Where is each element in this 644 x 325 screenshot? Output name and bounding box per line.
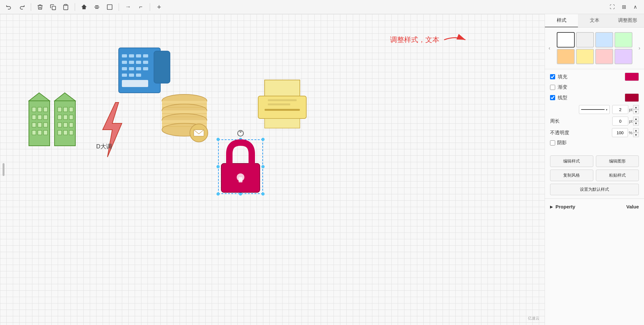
perimeter-up-button[interactable]: ▲ [633, 117, 639, 121]
svg-rect-11 [32, 107, 36, 112]
fullscreen-button[interactable]: ⛶ [607, 2, 617, 12]
svg-rect-51 [129, 74, 134, 77]
separator-4 [150, 3, 150, 11]
tab-arrange[interactable]: 调整图形 [611, 14, 644, 27]
database-element[interactable] [157, 91, 215, 150]
svg-rect-0 [52, 6, 56, 10]
stroke-line-select[interactable]: ▾ [579, 105, 610, 114]
fill-checkbox[interactable] [550, 74, 555, 79]
lock-element-selected[interactable] [218, 139, 263, 194]
svg-rect-26 [58, 115, 62, 119]
svg-rect-21 [38, 130, 42, 135]
nav-prev-button[interactable]: ‹ [547, 44, 552, 52]
connector-button[interactable]: → [123, 2, 133, 12]
delete-button[interactable] [35, 2, 45, 12]
paste-style-button[interactable]: 粘贴样式 [596, 170, 639, 181]
left-panel-handle[interactable] [3, 163, 4, 176]
swatch-lightblue[interactable] [595, 32, 613, 48]
opacity-input[interactable] [612, 128, 628, 137]
perimeter-down-button[interactable]: ▼ [633, 121, 639, 126]
swatch-lavender[interactable] [614, 49, 632, 64]
set-default-button[interactable]: 设置为默认样式 [550, 184, 639, 195]
shadow-row: 阴影 [550, 140, 639, 146]
svg-rect-17 [32, 123, 36, 127]
fill-label: 填充 [558, 74, 574, 80]
svg-rect-71 [265, 109, 300, 111]
svg-rect-44 [136, 61, 141, 64]
svg-rect-41 [143, 54, 148, 57]
undo-button[interactable] [4, 2, 14, 12]
perimeter-label: 周长 [550, 118, 560, 124]
swatch-lightgray[interactable] [576, 32, 594, 48]
tab-style[interactable]: 样式 [545, 14, 578, 27]
d-major-label: D大调 [96, 143, 112, 150]
svg-rect-48 [136, 67, 141, 70]
nav-next-button[interactable]: › [638, 44, 642, 52]
svg-rect-39 [129, 54, 134, 57]
fill-button[interactable] [79, 2, 89, 12]
selection-container [218, 139, 263, 194]
svg-rect-74 [265, 119, 300, 128]
svg-rect-28 [69, 115, 73, 119]
gradient-checkbox[interactable] [550, 85, 555, 90]
paste-button[interactable] [61, 2, 71, 12]
insert-button[interactable]: + [154, 2, 164, 12]
property-col-header: Property [555, 204, 575, 209]
canvas-grid [0, 14, 545, 325]
svg-rect-50 [122, 74, 127, 77]
copy-style-button[interactable]: 复制风格 [550, 170, 593, 181]
shape-button[interactable] [105, 2, 115, 12]
copy-button[interactable] [48, 2, 58, 12]
stroke-label: 线型 [558, 95, 574, 101]
svg-rect-69 [265, 80, 300, 96]
svg-rect-23 [58, 107, 62, 112]
swatch-lightgreen[interactable] [614, 32, 632, 48]
svg-rect-45 [143, 61, 148, 64]
opacity-down-button[interactable]: ▼ [633, 133, 639, 137]
gradient-row: 渐变 [550, 84, 639, 90]
svg-rect-38 [122, 54, 127, 57]
tab-text[interactable]: 文本 [578, 14, 611, 27]
brand-label: 亿速云 [528, 316, 539, 321]
redo-button[interactable] [17, 2, 27, 12]
stroke-checkbox[interactable] [550, 95, 555, 100]
canvas-area[interactable]: 调整样式，文本 [0, 14, 545, 325]
svg-rect-32 [58, 130, 62, 135]
collapse-button[interactable]: ∧ [631, 2, 640, 12]
svg-rect-16 [44, 115, 47, 119]
perimeter-unit: pt [629, 119, 632, 124]
swatch-pink[interactable] [595, 49, 613, 64]
phone-element[interactable] [115, 45, 173, 97]
swatch-white[interactable] [557, 32, 575, 48]
perimeter-group: pt ▲ ▼ [612, 117, 639, 126]
opacity-label: 不透明度 [550, 130, 569, 136]
stroke-width-input[interactable] [612, 105, 628, 114]
waypoint-button[interactable]: ⌐ [136, 2, 146, 12]
svg-rect-78 [239, 177, 242, 182]
lightning-element[interactable] [96, 101, 128, 160]
stroke-dropdown-arrow-icon: ▾ [606, 108, 607, 111]
grid-button[interactable]: ⊞ [619, 2, 629, 12]
perimeter-row: 周长 pt ▲ ▼ [550, 117, 639, 126]
printer-element[interactable] [253, 78, 311, 131]
swatch-orange[interactable] [557, 49, 575, 64]
svg-rect-52 [136, 74, 141, 77]
stroke-color-swatch[interactable] [625, 93, 639, 102]
opacity-up-button[interactable]: ▲ [633, 128, 639, 133]
svg-rect-49 [143, 67, 148, 70]
edit-shape-button[interactable]: 编辑图形 [596, 155, 639, 167]
stroke-width-group: pt ▲ ▼ [612, 105, 639, 114]
edit-style-button[interactable]: 编辑样式 [550, 155, 593, 167]
perimeter-input[interactable] [612, 117, 628, 126]
rotate-handle[interactable] [237, 130, 244, 138]
swatch-yellow[interactable] [576, 49, 594, 64]
shadow-checkbox[interactable] [550, 140, 555, 145]
fill-color-swatch[interactable] [625, 73, 639, 81]
svg-marker-10 [55, 93, 75, 101]
stroke-width-up-button[interactable]: ▲ [633, 105, 639, 110]
fill-row: 填充 [550, 73, 639, 81]
buildings-element[interactable] [26, 91, 83, 150]
svg-rect-73 [268, 103, 290, 105]
stroke-button[interactable] [92, 2, 102, 12]
stroke-width-down-button[interactable]: ▼ [633, 110, 639, 114]
